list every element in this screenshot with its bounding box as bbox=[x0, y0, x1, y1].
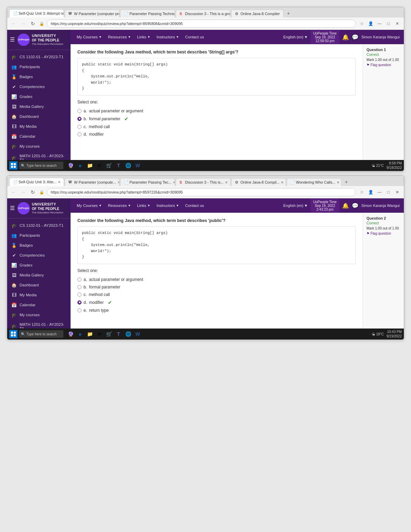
new-tab-button-1[interactable]: + bbox=[284, 9, 292, 17]
address-bar-2[interactable] bbox=[47, 188, 356, 196]
option-row-2d[interactable]: d. modifier ✔ bbox=[77, 298, 356, 307]
chat-icon-1[interactable]: 💬 bbox=[352, 34, 359, 40]
option-row-1c[interactable]: c. method call bbox=[77, 123, 356, 131]
reload-button-1[interactable]: ↻ bbox=[29, 20, 37, 27]
option-radio-2d[interactable] bbox=[77, 300, 82, 305]
back-button-2[interactable]: ← bbox=[10, 188, 17, 196]
flag-link-1[interactable]: ⚑ Flag question bbox=[366, 63, 400, 67]
option-row-1d[interactable]: d. modifier bbox=[77, 131, 356, 138]
sidebar-item-cs1102-2[interactable]: 🎓 CS 1102-01 - AY2023-T1 bbox=[7, 221, 71, 231]
sidebar-item-grades-2[interactable]: 📊 Grades bbox=[7, 260, 71, 270]
taskbar-edge-2[interactable]: e bbox=[76, 330, 85, 338]
my-courses-nav-1[interactable]: My Courses ▼ bbox=[75, 35, 104, 39]
links-nav-1[interactable]: Links ▼ bbox=[135, 35, 152, 39]
hamburger-button-2[interactable]: ☰ bbox=[10, 205, 15, 211]
start-button-1[interactable] bbox=[9, 161, 17, 170]
resources-nav-1[interactable]: Resources ▼ bbox=[106, 35, 133, 39]
minimize-button-2[interactable]: — bbox=[376, 188, 383, 196]
close-button-1[interactable]: ✕ bbox=[394, 20, 401, 27]
sidebar-item-my-media-2[interactable]: 🎞 My Media bbox=[7, 290, 71, 300]
reload-button-2[interactable]: ↻ bbox=[29, 188, 37, 196]
taskbar-mail-2[interactable]: ✉ bbox=[95, 330, 104, 338]
sidebar-item-calendar-2[interactable]: 📅 Calendar bbox=[7, 300, 71, 310]
tab-2-1-active[interactable]: 📄 Self-Quiz Unit 3: Atte... ✕ bbox=[9, 178, 64, 186]
tab-2-4[interactable]: S Discussion 3 - This is... ✕ bbox=[176, 178, 231, 186]
taskbar-folder-1[interactable]: 📁 bbox=[85, 161, 94, 170]
language-btn-1[interactable]: English (en) ▼ bbox=[283, 35, 308, 39]
sidebar-item-math-1[interactable]: 🎓 MATH 1201-01 - AY2023-T1 bbox=[7, 151, 71, 160]
instructors-nav-1[interactable]: Instructors ▼ bbox=[154, 35, 181, 39]
taskbar-word-1[interactable]: W bbox=[133, 161, 142, 170]
bookmark-button-1[interactable]: ☆ bbox=[358, 20, 365, 27]
taskbar-word-2[interactable]: W bbox=[133, 330, 142, 338]
sidebar-item-grades-1[interactable]: 📊 Grades bbox=[7, 92, 71, 102]
taskbar-mail-1[interactable]: ✉ bbox=[95, 161, 104, 170]
sidebar-item-competencies-1[interactable]: ✔ Competencies bbox=[7, 82, 71, 92]
contact-nav-1[interactable]: Contact us bbox=[183, 35, 206, 39]
option-radio-1c[interactable] bbox=[77, 125, 82, 129]
tab-2-2[interactable]: W W Parameter (compute... ✕ bbox=[65, 178, 120, 186]
resources-nav-2[interactable]: Resources ▼ bbox=[106, 203, 133, 208]
sidebar-item-media-gallery-2[interactable]: 🖼 Media Gallery bbox=[7, 270, 71, 280]
tab-2-6-close[interactable]: ✕ bbox=[337, 181, 339, 184]
language-btn-2[interactable]: English (en) ▼ bbox=[283, 203, 308, 208]
taskbar-teams-1[interactable]: T bbox=[114, 161, 123, 170]
tab-2-2-close[interactable]: ✕ bbox=[117, 181, 120, 184]
close-button-2[interactable]: ✕ bbox=[394, 188, 401, 196]
option-row-1a[interactable]: a. actual parameter or argument bbox=[77, 107, 356, 115]
maximize-button-2[interactable]: □ bbox=[385, 188, 392, 196]
forward-button-1[interactable]: → bbox=[20, 20, 27, 27]
sidebar-item-dashboard-2[interactable]: 🏠 Dashboard bbox=[7, 280, 71, 290]
tab-2-5-close[interactable]: ✕ bbox=[281, 181, 284, 184]
contact-nav-2[interactable]: Contact us bbox=[183, 203, 206, 208]
tab-4[interactable]: S Discussion 3 - This is a gro... ✕ bbox=[176, 10, 231, 17]
taskbar-chrome-2[interactable]: 🌐 bbox=[124, 330, 133, 338]
taskbar-search-1[interactable]: 🔍 Type here to search bbox=[19, 162, 63, 169]
option-row-2a[interactable]: a. actual parameter or argument bbox=[77, 276, 356, 283]
bell-icon-1[interactable]: 🔔 bbox=[342, 34, 349, 40]
option-row-2c[interactable]: c. method call bbox=[77, 291, 356, 298]
tab-5[interactable]: ⚙ Online Java-8 Compiler bbox=[231, 10, 284, 17]
tab-2-6[interactable]: 📄 Wondering Who Calls... ✕ bbox=[287, 178, 341, 186]
sidebar-item-my-courses-1[interactable]: 🎓 My courses bbox=[7, 141, 71, 151]
tab-2-3[interactable]: 📄 Parameter Passing Tec... ✕ bbox=[120, 178, 175, 186]
forward-button-2[interactable]: → bbox=[20, 188, 27, 196]
taskbar-cortana-2[interactable]: 🔮 bbox=[66, 330, 75, 338]
option-row-2b[interactable]: b. formal parameter bbox=[77, 283, 356, 291]
sidebar-item-cs1102-1[interactable]: 🎓 CS 1102-01 - AY2023-T1 bbox=[7, 52, 71, 62]
sidebar-item-badges-1[interactable]: 🏅 Badges bbox=[7, 72, 71, 82]
option-radio-2b[interactable] bbox=[77, 285, 82, 289]
option-radio-2e[interactable] bbox=[77, 308, 82, 312]
minimize-button-1[interactable]: — bbox=[376, 20, 383, 27]
option-row-2e[interactable]: e. return type bbox=[77, 307, 356, 314]
new-tab-button-2[interactable]: + bbox=[342, 178, 350, 186]
back-button-1[interactable]: ← bbox=[10, 20, 17, 27]
tab-2[interactable]: W W Parameter (computer progr... ✕ bbox=[65, 10, 120, 17]
sidebar-item-participants-1[interactable]: 👥 Participants bbox=[7, 62, 71, 72]
taskbar-search-2[interactable]: 🔍 Type here to search bbox=[19, 330, 63, 338]
profile-button-2[interactable]: 👤 bbox=[367, 188, 374, 196]
tab-2-5[interactable]: ⚙ Online Java-8 Compil... ✕ bbox=[231, 178, 286, 186]
taskbar-cortana-1[interactable]: 🔮 bbox=[66, 161, 75, 170]
bell-icon-2[interactable]: 🔔 bbox=[342, 202, 349, 209]
option-radio-1a[interactable] bbox=[77, 109, 82, 113]
taskbar-folder-2[interactable]: 📁 bbox=[85, 330, 94, 338]
taskbar-chrome-1[interactable]: 🌐 bbox=[124, 161, 133, 170]
profile-button-1[interactable]: 👤 bbox=[367, 20, 374, 27]
option-radio-1d[interactable] bbox=[77, 132, 82, 136]
tab-2-4-close[interactable]: ✕ bbox=[225, 181, 228, 184]
taskbar-store-2[interactable]: 🛒 bbox=[104, 330, 113, 338]
option-radio-2c[interactable] bbox=[77, 293, 82, 297]
flag-link-2[interactable]: ⚑ Flag question bbox=[366, 232, 400, 235]
option-row-1b[interactable]: b. formal parameter ✔ bbox=[77, 115, 356, 123]
tab-1-active[interactable]: 📄 Self-Quiz Unit 3: Attempt re... ✕ bbox=[9, 9, 64, 17]
option-radio-1b[interactable] bbox=[77, 117, 82, 121]
option-radio-2a[interactable] bbox=[77, 277, 82, 282]
sidebar-item-dashboard-1[interactable]: 🏠 Dashboard bbox=[7, 112, 71, 122]
links-nav-2[interactable]: Links ▼ bbox=[135, 203, 152, 208]
chat-icon-2[interactable]: 💬 bbox=[352, 202, 359, 209]
sidebar-item-math-2[interactable]: 🎓 MATH 1201-01 - AY2023-T1 bbox=[7, 320, 71, 329]
sidebar-item-participants-2[interactable]: 👥 Participants bbox=[7, 231, 71, 240]
tab-3[interactable]: 📄 Parameter Passing Techniqu... ✕ bbox=[120, 10, 175, 17]
hamburger-button-1[interactable]: ☰ bbox=[10, 36, 15, 43]
